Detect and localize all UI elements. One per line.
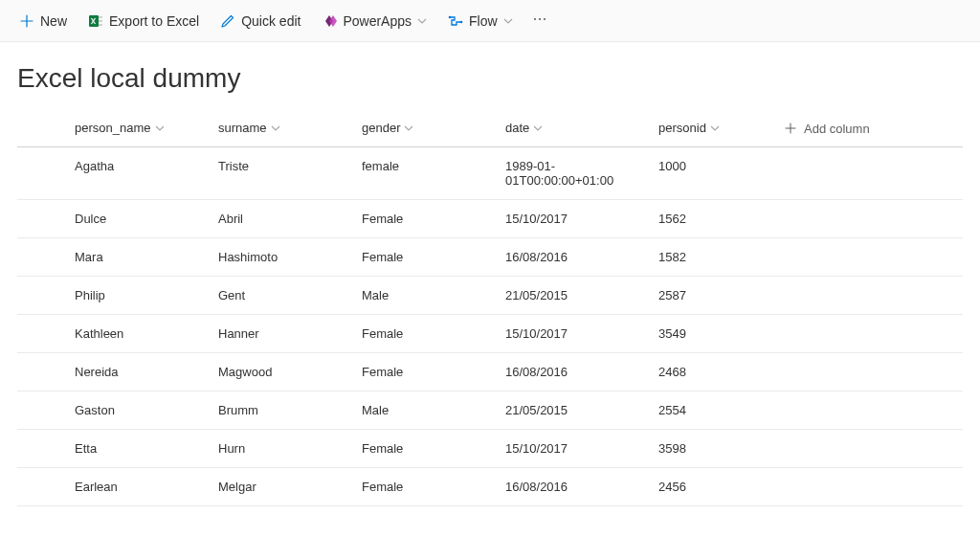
cell-surname: Gent (209, 277, 352, 315)
cell-gender: Female (352, 468, 496, 506)
cell-gender: Female (352, 315, 496, 353)
cell-surname: Hashimoto (209, 238, 352, 277)
cell-gender: Male (352, 392, 496, 430)
pencil-icon (220, 13, 235, 29)
cell-person-name: Dulce (65, 200, 209, 238)
quick-edit-button[interactable]: Quick edit (211, 10, 310, 33)
cell-personid: 2468 (649, 353, 773, 392)
cell-gender: Female (352, 238, 496, 277)
chevron-down-icon (404, 123, 413, 133)
svg-rect-2 (99, 20, 102, 22)
cell-person-name: Philip (65, 277, 209, 315)
plus-icon (19, 13, 34, 29)
cell-date: 21/05/2015 (496, 392, 649, 430)
new-button[interactable]: New (10, 10, 77, 33)
powerapps-label: PowerApps (343, 13, 412, 29)
cell-person-name: Mara (65, 238, 209, 277)
data-table: person_name surname gender (17, 111, 963, 506)
col-header-personid[interactable]: personid (658, 121, 720, 135)
export-excel-button[interactable]: Export to Excel (78, 10, 209, 33)
add-column-label: Add column (804, 122, 870, 136)
svg-point-7 (538, 18, 540, 20)
chevron-down-icon (533, 123, 543, 133)
cell-personid: 1582 (649, 238, 773, 277)
cell-personid: 2456 (649, 468, 773, 506)
header-row: person_name surname gender (17, 111, 963, 147)
page-title: Excel local dummy (17, 63, 980, 94)
col-header-surname[interactable]: surname (218, 121, 280, 135)
col-header-label: gender (362, 121, 400, 135)
ellipsis-icon (532, 11, 547, 27)
cell-surname: Magwood (209, 353, 352, 392)
quick-edit-label: Quick edit (241, 13, 301, 29)
table-row[interactable]: DulceAbrilFemale15/10/20171562 (17, 200, 963, 238)
cell-gender: Female (352, 430, 496, 468)
table-row[interactable]: EttaHurnFemale15/10/20173598 (17, 430, 963, 468)
cell-person-name: Nereida (65, 353, 209, 392)
svg-rect-3 (99, 24, 102, 26)
new-label: New (40, 13, 67, 29)
cell-surname: Brumm (209, 392, 352, 430)
cell-personid: 3598 (649, 430, 773, 468)
cell-date: 21/05/2015 (496, 277, 649, 315)
plus-icon (783, 121, 798, 136)
add-column-button[interactable]: Add column (783, 121, 870, 136)
cell-person-name: Earlean (65, 468, 209, 506)
col-header-gender[interactable]: gender (362, 121, 413, 135)
cell-surname: Triste (209, 147, 352, 200)
col-header-person-name[interactable]: person_name (75, 121, 165, 135)
table-row[interactable]: PhilipGentMale21/05/20152587 (17, 277, 963, 315)
col-header-label: date (505, 121, 529, 135)
table-row[interactable]: KathleenHannerFemale15/10/20173549 (17, 315, 963, 353)
svg-point-4 (449, 15, 452, 18)
chevron-down-icon (271, 123, 280, 133)
cell-surname: Hurn (209, 430, 352, 468)
cell-gender: Male (352, 277, 496, 315)
svg-rect-1 (99, 16, 102, 18)
cell-surname: Hanner (209, 315, 352, 353)
powerapps-button[interactable]: PowerApps (312, 10, 436, 33)
cell-personid: 2587 (649, 277, 773, 315)
chevron-down-icon (503, 16, 513, 26)
col-header-date[interactable]: date (505, 121, 543, 135)
flow-label: Flow (469, 13, 498, 29)
cell-surname: Melgar (209, 468, 352, 506)
cell-personid: 1562 (649, 200, 773, 238)
svg-point-6 (533, 18, 535, 20)
table-row[interactable]: NereidaMagwoodFemale16/08/20162468 (17, 353, 963, 392)
col-header-label: surname (218, 121, 267, 135)
col-header-label: person_name (75, 121, 151, 135)
cell-person-name: Kathleen (65, 315, 209, 353)
cell-date: 16/08/2016 (496, 353, 649, 392)
flow-button[interactable]: Flow (438, 10, 523, 33)
table-row[interactable]: AgathaTristefemale1989-01-01T00:00:00+01… (17, 147, 963, 200)
table-row[interactable]: EarleanMelgarFemale16/08/20162456 (17, 468, 963, 506)
overflow-button[interactable] (524, 8, 555, 34)
cell-date: 1989-01-01T00:00:00+01:00 (496, 147, 649, 200)
cell-date: 15/10/2017 (496, 200, 649, 238)
cell-surname: Abril (209, 200, 352, 238)
cell-gender: Female (352, 200, 496, 238)
svg-point-5 (460, 20, 463, 23)
cell-gender: female (352, 147, 496, 200)
cell-personid: 2554 (649, 392, 773, 430)
excel-icon (88, 13, 103, 29)
export-excel-label: Export to Excel (109, 13, 199, 29)
table-row[interactable]: GastonBrummMale21/05/20152554 (17, 392, 963, 430)
cell-date: 16/08/2016 (496, 468, 649, 506)
list-container: person_name surname gender (17, 111, 963, 506)
cell-date: 15/10/2017 (496, 315, 649, 353)
cell-date: 15/10/2017 (496, 430, 649, 468)
chevron-down-icon (155, 123, 165, 133)
table-row[interactable]: MaraHashimotoFemale16/08/20161582 (17, 238, 963, 277)
cell-person-name: Gaston (65, 392, 209, 430)
cell-date: 16/08/2016 (496, 238, 649, 277)
chevron-down-icon (710, 123, 720, 133)
cell-personid: 1000 (649, 147, 773, 200)
col-header-label: personid (658, 121, 706, 135)
powerapps-icon (322, 13, 337, 29)
flow-icon (448, 13, 463, 29)
chevron-down-icon (417, 16, 427, 26)
cell-person-name: Etta (65, 430, 209, 468)
command-bar: New Export to Excel Quick edit PowerApps… (0, 0, 980, 42)
